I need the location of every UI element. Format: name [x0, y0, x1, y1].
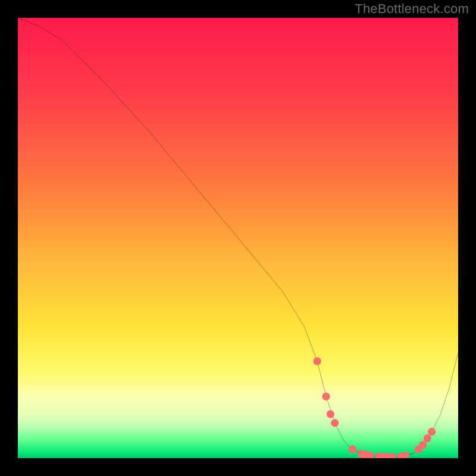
curve-marker	[428, 428, 436, 436]
curve-marker	[322, 393, 330, 400]
marker-group	[314, 358, 436, 458]
curve-marker	[419, 441, 427, 449]
bottleneck-curve-line	[18, 18, 458, 458]
curve-marker	[424, 434, 431, 442]
curve-marker	[402, 452, 409, 458]
watermark-text: TheBottleneck.com	[355, 1, 469, 17]
chart-svg	[18, 18, 458, 458]
chart-frame: TheBottleneck.com	[0, 0, 476, 476]
curve-marker	[327, 410, 334, 418]
curve-marker	[349, 446, 356, 453]
curve-marker	[314, 358, 321, 365]
curve-marker	[331, 419, 339, 427]
